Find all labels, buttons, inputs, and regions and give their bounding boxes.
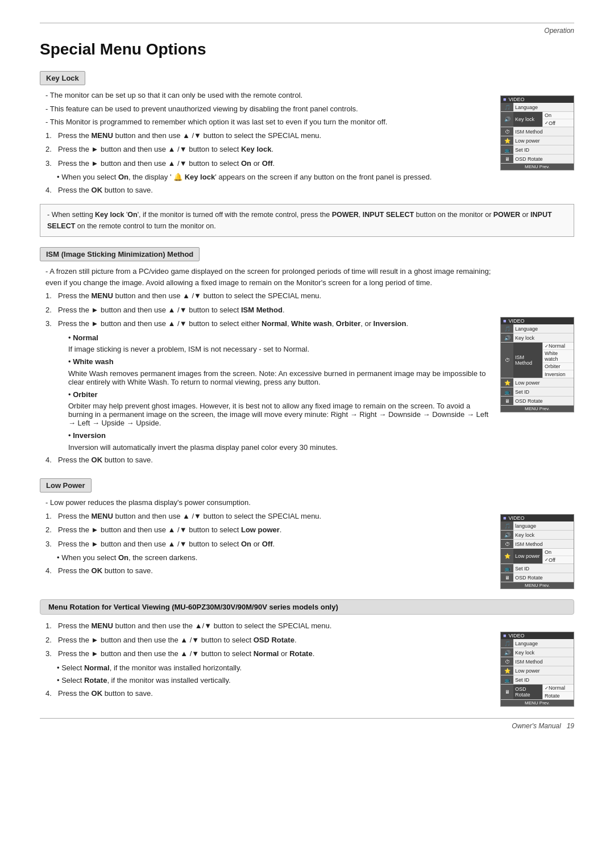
ism-orbiter-text: Orbiter may help prevent ghost images. H… [68,402,495,427]
menu-rotation-content: 1. Press the MENU button and then use th… [40,620,574,707]
footer-label: Owner's Manual 19 [512,722,574,730]
key-lock-step-1: 1. Press the MENU button and then use ▲ … [45,130,495,141]
page: Operation Special Menu Options Key Lock … [0,0,614,868]
ism-text: A frozen still picture from a PC/video g… [40,266,495,468]
key-lock-bullet-2: This feature can be used to prevent unau… [45,103,495,115]
low-power-header: Low Power [40,478,92,493]
ism-inversion-title: Inversion [68,431,106,440]
footer: Owner's Manual 19 [40,718,574,730]
menu-rotation-section: Menu Rotation for Vertical Viewing (MU-6… [40,599,574,707]
menu-rotation-step-4: 4. Press the OK button to save. [45,688,495,699]
low-power-osd: ■ VIDEO 🎵language 🔊Key lock ⏱ISM Method … [500,503,574,589]
menu-rotation-sub-2: Select Rotate, if the monitor was instal… [57,675,495,686]
osd-header-mr: ■ VIDEO [501,632,574,639]
key-lock-content: The monitor can be set up so that it can… [40,90,574,198]
ism-normal-title: Normal [68,333,98,342]
top-rule [40,23,574,23]
ism-inversion-text: Inversion will automatically invert the … [68,443,495,452]
key-lock-step-2: 2. Press the ► button and then use ▲ /▼ … [45,144,495,155]
osd-header: ■ VIDEO [501,96,574,103]
key-lock-section: Key Lock The monitor can be set up so th… [40,71,574,237]
low-power-step-3: 3. Press the ► button and then use ▲ /▼ … [45,539,495,550]
menu-rotation-step-1: 1. Press the MENU button and then use th… [45,620,495,632]
ism-step-1: 1. Press the MENU button and then use ▲ … [45,290,495,302]
low-power-step-2: 2. Press the ► button and then use ▲ /▼ … [45,524,495,536]
low-power-section: Low Power Low power reduces the plasma d… [40,478,574,589]
osd-header-ism: ■ VIDEO [501,318,574,324]
key-lock-sub-1: When you select On, the display ' 🔔 Key … [57,172,495,183]
ism-whitewash-title: White wash [68,357,114,366]
key-lock-osd: ■ VIDEO 🎵Language 🔊Key lockOnOff ⏱ISM Me… [500,95,574,170]
menu-rotation-step-2: 2. Press the ► button and then use the ▲… [45,635,495,646]
ism-osd: ■ VIDEO 🎵Language 🔊Key lock ⏱ISM MethodN… [500,272,574,412]
ism-header: ISM (Image Sticking Minimization) Method [40,247,200,261]
ism-orbiter-title: Orbiter [68,390,98,399]
low-power-text: Low power reduces the plasma display's p… [40,497,495,579]
key-lock-text: The monitor can be set up so that it can… [40,90,495,198]
key-lock-header: Key Lock [40,71,85,85]
low-power-step-1: 1. Press the MENU button and then use ▲ … [45,511,495,522]
ism-step-3: 3. Press the ► button and then use ▲ /▼ … [45,318,495,329]
menu-rotation-text: 1. Press the MENU button and then use th… [40,620,495,702]
menu-rotation-step-3: 3. Press the ► button and then use the ▲… [45,648,495,660]
key-lock-bullet-3: This Monitor is programmed to remember w… [45,116,495,128]
operation-label: Operation [40,27,574,35]
key-lock-note: - When setting Key lock 'On', if the mon… [40,204,574,237]
ism-step-2: 2. Press the ► button and then use ▲ /▼ … [45,304,495,316]
low-power-content: Low power reduces the plasma display's p… [40,497,574,589]
key-lock-step-4: 4. Press the OK button to save. [45,185,495,196]
ism-bullet-1: A frozen still picture from a PC/video g… [45,266,495,288]
menu-rotation-osd: ■ VIDEO 🎵Language 🔊Key lock ⏱ISM Method … [500,626,574,707]
key-lock-step-3: 3. Press the ► button and then use ▲ /▼ … [45,158,495,169]
low-power-sub-1: When you select On, the screen darkens. [57,552,495,564]
low-power-bullet-1: Low power reduces the plasma display's p… [45,497,495,508]
menu-rotation-header: Menu Rotation for Vertical Viewing (MU-6… [40,599,574,615]
ism-normal-text: If image sticking is never a problem, IS… [68,345,495,353]
ism-section: ISM (Image Sticking Minimization) Method… [40,247,574,468]
low-power-step-4: 4. Press the OK button to save. [45,565,495,577]
menu-rotation-sub-1: Select Normal, if the monitor was instal… [57,662,495,674]
page-title: Special Menu Options [40,40,574,59]
ism-content: A frozen still picture from a PC/video g… [40,266,574,468]
ism-step-4: 4. Press the OK button to save. [45,454,495,466]
key-lock-bullet-1: The monitor can be set up so that it can… [45,90,495,101]
osd-header-lp: ■ VIDEO [501,515,574,521]
ism-whitewash-text: White Wash removes permanent images from… [68,369,495,386]
